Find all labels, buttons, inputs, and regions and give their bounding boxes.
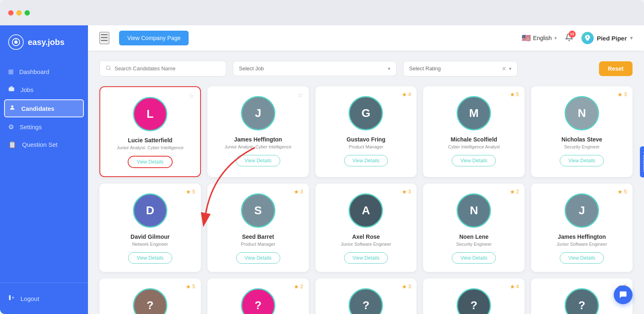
view-details-btn[interactable]: View Details (344, 155, 388, 166)
sidebar-item-question-set[interactable]: 📋 Question Set (0, 136, 88, 153)
star-icon: ★ (294, 188, 299, 195)
candidate-role: Junior Analyst- Cyber Intelligence (117, 145, 183, 150)
star-rating: ★ 5 (186, 188, 195, 195)
star-icon: ★ (617, 188, 623, 195)
candidate-role: Cyber Intelligence Analyst (448, 144, 500, 149)
avatar: S (241, 193, 275, 228)
candidate-role: Junior Analyst- Cyber Intelligence (225, 144, 291, 149)
company-chevron-icon: ▾ (630, 35, 633, 41)
view-details-btn[interactable]: View Details (236, 155, 280, 166)
candidates-grid-wrapper: ☆ L Lucie Satterfield Junior Analyst- Cy… (99, 86, 633, 314)
hamburger-btn[interactable]: ☰ (99, 32, 109, 44)
reset-btn[interactable]: Reset (599, 61, 633, 76)
candidate-card-5: ★ 3 N Nicholas Steve Security Engineer V… (531, 86, 633, 177)
avatar: ? (241, 288, 275, 314)
nav-items: ⊞ Dashboard Jobs Candidates ⚙ (0, 59, 88, 283)
select-rating-label: Select Rating (409, 65, 441, 72)
svg-line-6 (110, 69, 111, 70)
flag-icon: 🇺🇸 (522, 34, 531, 43)
candidate-card-1: ☆ L Lucie Satterfield Junior Analyst- Cy… (99, 86, 201, 177)
star-icon: ★ (510, 283, 515, 290)
candidate-role: Junior Software Engineer (556, 242, 607, 247)
view-details-btn[interactable]: View Details (128, 252, 172, 264)
avatar: ? (457, 288, 491, 314)
avatar: J (241, 96, 275, 130)
notification-count: 12 (569, 31, 576, 38)
star-rating: ★ 3 (294, 188, 303, 195)
sidebar: easy.jobs ⊞ Dashboard Jobs Can (0, 25, 88, 314)
favorite-btn[interactable]: ☆ (297, 91, 303, 99)
star-icon: ★ (402, 188, 407, 195)
candidate-card-13: ★ 3 ? (315, 278, 417, 314)
view-details-btn[interactable]: View Details (560, 252, 604, 264)
view-company-page-btn[interactable]: View Company Page (119, 31, 189, 45)
sidebar-item-dashboard[interactable]: ⊞ Dashboard (0, 63, 88, 81)
chat-button[interactable] (614, 285, 633, 304)
candidate-card-14: ★ 4 ? (423, 278, 525, 314)
candidate-card-11: ★ 5 ? (99, 278, 201, 314)
star-icon: ★ (186, 188, 191, 195)
filters-row: Select Job ▾ Select Rating ✕ ▾ Reset (99, 61, 633, 76)
avatar: N (457, 193, 491, 228)
candidate-name: Michale Scolfield (450, 136, 497, 143)
view-details-btn[interactable]: View Details (128, 156, 173, 168)
jobs-icon (8, 85, 15, 94)
candidate-role: Network Engineer (132, 242, 168, 247)
logout-label: Logout (20, 295, 39, 302)
company-selector[interactable]: Pied Piper ▾ (581, 32, 633, 44)
select-rating-dropdown[interactable]: Select Rating ✕ ▾ (403, 61, 518, 76)
maximize-window-btn[interactable] (25, 10, 30, 16)
sidebar-item-candidates[interactable]: Candidates (4, 99, 84, 117)
star-rating: ★ 5 (510, 91, 519, 98)
candidate-name: Gustavo Fring (347, 136, 385, 143)
feedback-tab[interactable]: Feedback (640, 146, 644, 177)
sidebar-item-jobs[interactable]: Jobs (0, 81, 88, 99)
view-details-btn[interactable]: View Details (452, 252, 496, 264)
avatar: J (565, 193, 599, 228)
close-window-btn[interactable] (8, 10, 14, 16)
view-details-btn[interactable]: View Details (452, 155, 496, 166)
header-right: 🇺🇸 English ▾ 12 (522, 32, 633, 44)
notifications-btn[interactable]: 12 (565, 33, 573, 43)
star-rating: ★ 4 (402, 91, 411, 98)
view-details-btn[interactable]: View Details (560, 155, 604, 166)
candidate-name: Nicholas Steve (561, 136, 602, 143)
star-icon: ★ (186, 283, 191, 290)
star-rating: ★ 2 (510, 188, 519, 195)
candidate-card-7: ★ 3 S Seed Barret Product Manager View D… (207, 184, 309, 272)
sidebar-item-settings[interactable]: ⚙ Settings (0, 118, 88, 136)
candidate-card-4: ★ 5 M Michale Scolfield Cyber Intelligen… (423, 86, 525, 177)
candidate-card-9: ★ 2 N Noen Lene Security Engineer View D… (423, 184, 525, 272)
star-rating: ★ 3 (402, 283, 411, 290)
avatar: M (457, 96, 491, 130)
star-icon: ★ (510, 188, 515, 195)
candidate-name: James Heffington (558, 233, 606, 240)
select-job-label: Select Job (239, 65, 264, 72)
minimize-window-btn[interactable] (16, 10, 22, 16)
svg-point-4 (11, 105, 13, 108)
candidate-role: Product Manager (349, 144, 383, 149)
logo-text: easy.jobs (28, 38, 65, 47)
star-icon: ★ (510, 91, 515, 98)
avatar: N (565, 96, 599, 130)
star-rating: ★ 3 (617, 91, 627, 98)
avatar: L (133, 97, 167, 131)
logo-area: easy.jobs (0, 25, 88, 59)
main-content: ☰ View Company Page 🇺🇸 English ▾ 12 (88, 25, 644, 314)
select-job-dropdown[interactable]: Select Job ▾ (233, 61, 396, 76)
job-chevron-icon: ▾ (388, 66, 390, 72)
svg-rect-3 (9, 87, 14, 91)
view-details-btn[interactable]: View Details (236, 252, 280, 264)
sidebar-item-label: Jobs (20, 86, 34, 93)
candidate-role: Product Manager (241, 242, 275, 247)
candidate-name: James Heffington (234, 136, 282, 143)
star-icon: ★ (294, 283, 299, 290)
avatar: A (349, 193, 383, 228)
window-controls (8, 10, 30, 16)
favorite-btn[interactable]: ☆ (189, 92, 194, 100)
search-input[interactable] (115, 65, 220, 72)
logout-btn[interactable]: Logout (0, 289, 88, 307)
view-details-btn[interactable]: View Details (344, 252, 388, 264)
search-box (99, 61, 226, 76)
language-selector[interactable]: 🇺🇸 English ▾ (522, 34, 557, 43)
